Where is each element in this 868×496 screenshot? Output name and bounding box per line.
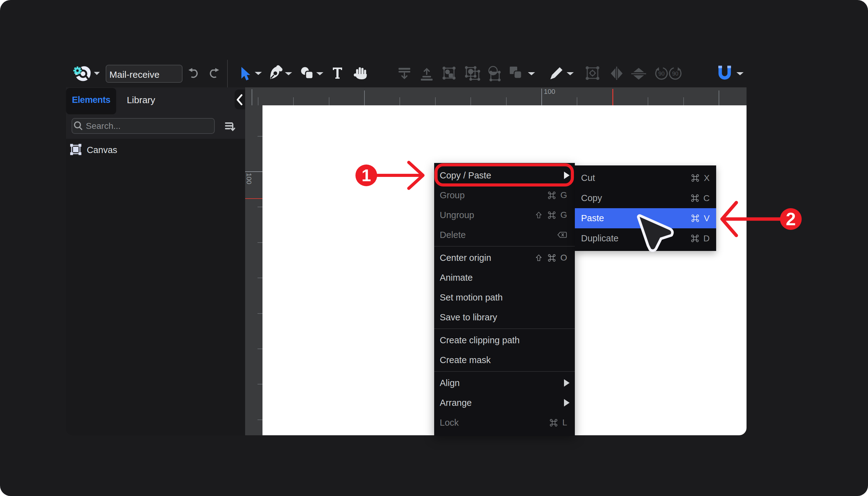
svg-text:90: 90 [672,71,678,77]
svg-text:90: 90 [658,71,664,77]
